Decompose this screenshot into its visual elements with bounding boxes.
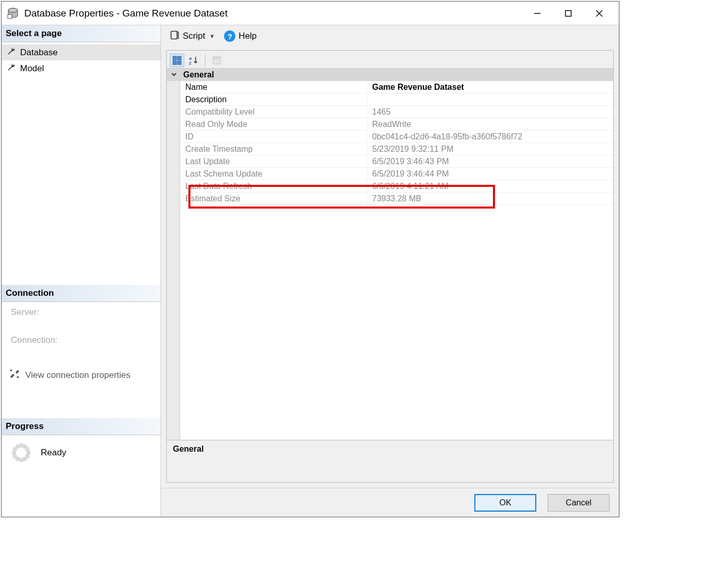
window-controls [522, 2, 615, 25]
sidebar-page-model[interactable]: Model [2, 60, 161, 76]
progress-panel: Ready [2, 435, 161, 470]
server-label: Server: [11, 307, 151, 317]
property-value: 1465 [368, 107, 613, 117]
category-header-general[interactable]: General [167, 69, 613, 81]
property-label: Last Schema Update [180, 169, 368, 179]
svg-rect-9 [171, 31, 177, 39]
select-page-header: Select a page [2, 25, 161, 42]
description-panel-title: General [173, 444, 607, 454]
property-value: 6/5/2019 3:46:44 PM [368, 169, 613, 179]
connection-label: Connection: [11, 335, 151, 345]
description-panel: General [167, 440, 613, 482]
connection-header: Connection [2, 285, 161, 302]
property-value: ReadWrite [368, 120, 613, 129]
property-label: Last Data Refresh [180, 182, 368, 191]
close-button[interactable] [584, 2, 615, 25]
property-row[interactable]: Last Update6/5/2019 3:46:43 PM [180, 155, 613, 168]
svg-point-1 [8, 8, 18, 12]
connection-panel: Server: Connection: [2, 302, 161, 363]
minimize-button[interactable] [522, 2, 553, 25]
property-label: Estimated Size [180, 194, 368, 203]
progress-status: Ready [41, 448, 66, 458]
svg-rect-13 [178, 61, 181, 65]
help-button[interactable]: ? Help [221, 28, 260, 44]
svg-point-8 [17, 376, 19, 378]
tools-icon [9, 368, 20, 382]
maximize-button[interactable] [553, 2, 584, 25]
property-value: 73933.28 MB [368, 194, 613, 203]
property-row[interactable]: Estimated Size73933.28 MB [180, 193, 613, 205]
svg-text:A: A [189, 56, 192, 61]
database-icon [6, 6, 20, 21]
progress-spinner-icon [11, 442, 31, 463]
script-button[interactable]: Script ▼ [166, 28, 218, 45]
property-value: 6/6/2019 4:11:21 AM [368, 182, 613, 191]
property-label: Compatibility Level [180, 107, 368, 117]
svg-rect-11 [178, 56, 181, 60]
property-row[interactable]: Create Timestamp5/23/2019 9:32:11 PM [180, 143, 613, 155]
property-label: Read Only Mode [180, 120, 368, 129]
alphabetical-view-button[interactable]: A Z [186, 54, 201, 67]
svg-rect-4 [566, 10, 571, 16]
script-label: Script [183, 31, 205, 41]
main-toolbar: Script ▼ ? Help [161, 25, 619, 47]
wrench-icon [7, 46, 16, 58]
chevron-down-icon: ▼ [209, 33, 215, 39]
sidebar-page-database[interactable]: Database [2, 44, 161, 60]
svg-text:Z: Z [189, 61, 192, 65]
property-value: 0bc041c4-d2d6-4a18-95fb-a360f5786f72 [368, 132, 613, 141]
property-label: Description [180, 95, 368, 104]
svg-rect-17 [213, 57, 220, 59]
property-grid-gutter [167, 69, 180, 440]
svg-rect-12 [173, 61, 177, 65]
property-label: Last Update [180, 157, 368, 166]
ok-button[interactable]: OK [474, 494, 536, 512]
svg-rect-2 [8, 14, 12, 19]
titlebar: Database Properties - Game Revenue Datas… [2, 2, 619, 25]
sidebar-page-label: Database [20, 47, 58, 58]
property-value: 6/5/2019 3:46:43 PM [368, 157, 613, 166]
property-label: Name [180, 83, 368, 92]
script-icon [169, 30, 180, 43]
dialog-footer: OK Cancel [161, 488, 619, 517]
property-pages-button[interactable] [210, 54, 224, 67]
sidebar-page-label: Model [20, 63, 44, 74]
cancel-button[interactable]: Cancel [548, 494, 610, 512]
property-row[interactable]: Description [180, 93, 613, 106]
window-title: Database Properties - Game Revenue Datas… [24, 8, 522, 19]
property-row[interactable]: Last Schema Update6/5/2019 3:46:44 PM [180, 168, 613, 180]
property-value: Game Revenue Dataset [368, 83, 613, 92]
help-icon: ? [224, 30, 235, 42]
expander-icon [171, 70, 177, 80]
page-list: DatabaseModel [2, 42, 161, 78]
property-row[interactable]: NameGame Revenue Dataset [180, 81, 613, 93]
property-row[interactable]: Last Data Refresh6/6/2019 4:11:21 AM [180, 180, 613, 193]
property-label: ID [180, 132, 368, 141]
categorized-view-button[interactable] [170, 54, 184, 67]
dialog-window: Database Properties - Game Revenue Datas… [1, 1, 619, 517]
property-grid-toolbar: A Z [167, 51, 613, 68]
view-connection-properties-link[interactable]: View connection properties [2, 363, 161, 387]
main-panel: Script ▼ ? Help [161, 25, 619, 517]
svg-point-7 [10, 370, 12, 372]
help-label: Help [238, 31, 257, 41]
progress-header: Progress [2, 418, 161, 435]
property-row[interactable]: Compatibility Level1465 [180, 106, 613, 118]
property-grid: GeneralNameGame Revenue DatasetDescripti… [167, 68, 613, 482]
sidebar: Select a page DatabaseModel Connection S… [2, 25, 161, 517]
view-connection-properties-label: View connection properties [25, 370, 131, 380]
property-label: Create Timestamp [180, 145, 368, 154]
svg-rect-10 [173, 56, 177, 60]
wrench-icon [7, 62, 16, 74]
property-row[interactable]: Read Only ModeReadWrite [180, 118, 613, 131]
property-row[interactable]: ID0bc041c4-d2d6-4a18-95fb-a360f5786f72 [180, 131, 613, 143]
property-value: 5/23/2019 9:32:11 PM [368, 145, 613, 154]
property-grid-container: A Z [166, 50, 614, 483]
